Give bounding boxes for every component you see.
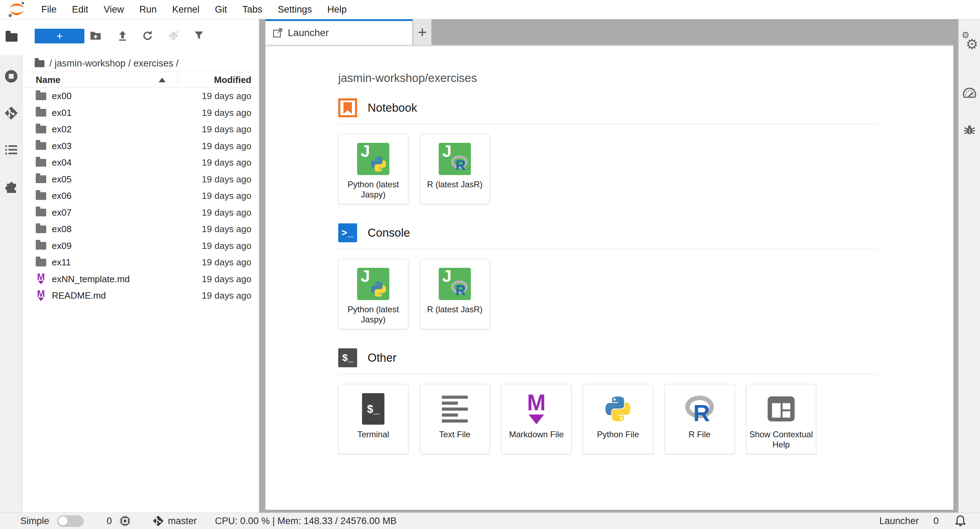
column-divider[interactable] [178, 75, 178, 84]
markdown-icon [527, 394, 546, 424]
upload-button[interactable] [115, 28, 130, 44]
card-label: Markdown File [506, 429, 566, 439]
sidebar-tab-file-browser[interactable] [0, 19, 23, 55]
column-header-modified[interactable]: Modified [214, 75, 251, 86]
column-header-name[interactable]: Name [23, 75, 60, 86]
table-row[interactable]: ex02 19 days ago [23, 121, 259, 138]
menu-git[interactable]: Git [207, 0, 235, 19]
puzzle-icon [3, 179, 19, 194]
launcher-card-markdown-file[interactable]: Markdown File [501, 384, 571, 454]
table-row[interactable]: ex11 19 days ago [23, 254, 259, 271]
menu-tabs[interactable]: Tabs [235, 0, 270, 19]
menu-settings[interactable]: Settings [270, 0, 320, 19]
svg-text:R: R [455, 157, 466, 173]
card-label: Python (latest Jaspy) [339, 304, 408, 325]
menu-file[interactable]: File [33, 0, 64, 19]
toggle-knob [59, 516, 68, 526]
section-label: Notebook [368, 101, 417, 114]
new-folder-button[interactable] [88, 28, 103, 44]
sidebar-tab-table-of-contents[interactable] [0, 137, 22, 162]
file-modified: 19 days ago [202, 108, 251, 118]
kernel-sessions-count: 0 [107, 516, 112, 527]
file-modified: 19 days ago [202, 157, 251, 168]
bell-icon[interactable] [953, 514, 967, 528]
simple-mode-toggle[interactable] [57, 515, 84, 527]
menu-help[interactable]: Help [320, 0, 355, 19]
menu-view[interactable]: View [96, 0, 132, 19]
filter-icon [193, 30, 204, 41]
breadcrumb[interactable]: / jasmin-workshop / exercises / [23, 55, 259, 72]
file-browser-toolbar: + [23, 19, 259, 55]
file-name: ex05 [52, 174, 72, 185]
sidebar-tab-debugger[interactable] [959, 119, 980, 141]
table-row[interactable]: ex00 19 days ago [23, 88, 259, 105]
section-divider [338, 124, 877, 124]
launcher-card-notebook-r[interactable]: R R (latest JasR) [420, 134, 490, 204]
launcher-card-r-file[interactable]: R R File [665, 384, 735, 454]
folder-icon [6, 33, 18, 42]
launcher-card-text-file[interactable]: Text File [420, 384, 490, 454]
notifications-count: 0 [934, 516, 939, 527]
current-context-label: Launcher [879, 516, 919, 527]
new-tab-button[interactable]: + [413, 19, 431, 45]
folder-icon [36, 92, 46, 100]
launcher-card-contextual-help[interactable]: Show Contextual Help [746, 384, 816, 454]
jupyter-python-kernel-icon [357, 143, 389, 175]
tab-label: Launcher [288, 27, 329, 38]
git-clone-button[interactable] [165, 28, 182, 44]
table-row[interactable]: ex03 19 days ago [23, 138, 259, 155]
launcher-card-terminal[interactable]: $_ Terminal [338, 384, 408, 454]
filter-button[interactable] [191, 28, 207, 44]
refresh-icon [142, 29, 154, 42]
launcher-card-console-python[interactable]: Python (latest Jaspy) [338, 259, 408, 329]
git-icon [152, 515, 165, 527]
menu-edit[interactable]: Edit [64, 0, 96, 19]
card-label: Terminal [355, 429, 392, 439]
sidebar-tab-git[interactable] [0, 100, 22, 125]
kernel-chip-icon[interactable] [118, 514, 132, 527]
markdown-icon [36, 273, 46, 285]
card-label: Python File [594, 429, 642, 439]
section-label: Console [368, 226, 410, 240]
file-name: ex01 [52, 108, 72, 118]
sidebar-tab-dashboard[interactable] [959, 83, 980, 105]
sidebar-tab-extension-manager[interactable] [0, 174, 22, 199]
file-name: ex08 [52, 224, 72, 235]
menu-kernel[interactable]: Kernel [165, 0, 207, 19]
git-branch-name: master [168, 516, 197, 527]
git-branch-status[interactable]: master [152, 515, 197, 527]
table-row[interactable]: README.md 19 days ago [23, 288, 259, 304]
card-label: R (latest JasR) [424, 179, 485, 189]
table-row[interactable]: ex01 19 days ago [23, 105, 259, 121]
bug-icon [962, 123, 977, 138]
sidebar-tab-running-kernels[interactable] [0, 64, 22, 89]
table-row[interactable]: ex08 19 days ago [23, 221, 259, 238]
file-modified: 19 days ago [202, 240, 251, 251]
table-row[interactable]: exNN_template.md 19 days ago [23, 271, 259, 288]
table-row[interactable]: ex04 19 days ago [23, 154, 259, 171]
gauge-icon [962, 86, 977, 102]
file-modified: 19 days ago [202, 290, 251, 301]
file-modified: 19 days ago [202, 141, 251, 152]
text-file-icon [442, 396, 468, 423]
launcher-card-notebook-python[interactable]: Python (latest Jaspy) [338, 134, 408, 204]
tab-launcher[interactable]: Launcher [266, 19, 412, 45]
folder-icon [36, 142, 46, 150]
file-modified: 19 days ago [202, 274, 251, 284]
launcher-card-console-r[interactable]: R R (latest JasR) [420, 259, 490, 329]
launcher-card-python-file[interactable]: Python File [583, 384, 653, 454]
table-row[interactable]: ex05 19 days ago [23, 171, 259, 188]
sidebar-tab-property-inspector[interactable]: ⚙⚙ [959, 30, 980, 52]
refresh-button[interactable] [140, 28, 156, 44]
card-label: R File [686, 429, 714, 439]
jupyter-logo-icon [7, 2, 27, 17]
table-row[interactable]: ex09 19 days ago [23, 238, 259, 254]
jupyterlab-window: File Edit View Run Kernel Git Tabs Setti… [0, 0, 980, 529]
menu-run[interactable]: Run [132, 0, 165, 19]
new-launcher-button[interactable]: + [35, 29, 84, 43]
table-row[interactable]: ex06 19 days ago [23, 187, 259, 205]
right-sidebar: ⚙⚙ [958, 19, 980, 513]
section-label: Other [368, 351, 397, 364]
file-name: ex03 [52, 141, 72, 152]
table-row[interactable]: ex07 19 days ago [23, 205, 259, 221]
